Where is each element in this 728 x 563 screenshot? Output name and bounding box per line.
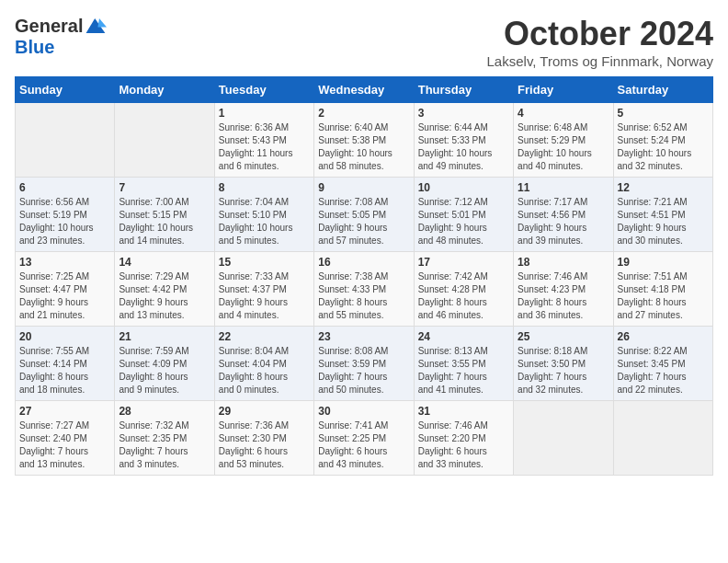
logo-general-text: General bbox=[15, 16, 83, 37]
day-number: 19 bbox=[618, 256, 709, 269]
day-cell bbox=[16, 103, 115, 178]
day-number: 1 bbox=[219, 107, 310, 120]
day-cell: 19Sunrise: 7:51 AM Sunset: 4:18 PM Dayli… bbox=[613, 252, 712, 327]
day-info: Sunrise: 8:04 AM Sunset: 4:04 PM Dayligh… bbox=[219, 345, 310, 396]
day-cell: 4Sunrise: 6:48 AM Sunset: 5:29 PM Daylig… bbox=[514, 103, 613, 178]
day-cell: 27Sunrise: 7:27 AM Sunset: 2:40 PM Dayli… bbox=[16, 401, 115, 476]
day-number: 24 bbox=[418, 330, 509, 343]
header: General Blue October 2024 Lakselv, Troms… bbox=[15, 15, 713, 69]
day-cell: 22Sunrise: 8:04 AM Sunset: 4:04 PM Dayli… bbox=[214, 327, 313, 401]
day-number: 3 bbox=[418, 107, 509, 120]
day-number: 13 bbox=[19, 256, 110, 269]
column-header-saturday: Saturday bbox=[613, 77, 712, 103]
day-info: Sunrise: 7:32 AM Sunset: 2:35 PM Dayligh… bbox=[119, 419, 210, 471]
logo-icon bbox=[85, 15, 107, 37]
day-cell: 10Sunrise: 7:12 AM Sunset: 5:01 PM Dayli… bbox=[414, 178, 513, 252]
day-cell: 6Sunrise: 6:56 AM Sunset: 5:19 PM Daylig… bbox=[16, 178, 115, 252]
day-number: 2 bbox=[318, 107, 409, 120]
column-header-tuesday: Tuesday bbox=[214, 77, 313, 103]
logo-blue-text: Blue bbox=[15, 37, 54, 57]
day-cell: 16Sunrise: 7:38 AM Sunset: 4:33 PM Dayli… bbox=[314, 252, 414, 327]
day-info: Sunrise: 7:46 AM Sunset: 4:23 PM Dayligh… bbox=[518, 270, 609, 322]
column-header-friday: Friday bbox=[514, 77, 613, 103]
day-number: 11 bbox=[518, 181, 609, 194]
day-number: 25 bbox=[518, 330, 609, 343]
day-cell: 8Sunrise: 7:04 AM Sunset: 5:10 PM Daylig… bbox=[214, 178, 313, 252]
day-cell: 26Sunrise: 8:22 AM Sunset: 3:45 PM Dayli… bbox=[613, 327, 712, 401]
week-row-4: 20Sunrise: 7:55 AM Sunset: 4:14 PM Dayli… bbox=[16, 327, 713, 401]
column-header-thursday: Thursday bbox=[414, 77, 513, 103]
column-header-monday: Monday bbox=[115, 77, 214, 103]
week-row-1: 1Sunrise: 6:36 AM Sunset: 5:43 PM Daylig… bbox=[16, 103, 713, 178]
day-info: Sunrise: 6:36 AM Sunset: 5:43 PM Dayligh… bbox=[219, 121, 310, 173]
day-number: 10 bbox=[418, 181, 509, 194]
calendar-title: October 2024 bbox=[487, 15, 713, 53]
day-cell: 28Sunrise: 7:32 AM Sunset: 2:35 PM Dayli… bbox=[115, 401, 214, 476]
day-info: Sunrise: 6:52 AM Sunset: 5:24 PM Dayligh… bbox=[618, 121, 709, 173]
day-info: Sunrise: 7:29 AM Sunset: 4:42 PM Dayligh… bbox=[119, 270, 210, 322]
day-info: Sunrise: 7:42 AM Sunset: 4:28 PM Dayligh… bbox=[418, 270, 509, 322]
day-number: 14 bbox=[119, 256, 210, 269]
day-cell: 31Sunrise: 7:46 AM Sunset: 2:20 PM Dayli… bbox=[414, 401, 513, 476]
day-cell: 1Sunrise: 6:36 AM Sunset: 5:43 PM Daylig… bbox=[214, 103, 313, 178]
column-header-sunday: Sunday bbox=[16, 77, 115, 103]
day-number: 4 bbox=[518, 107, 609, 120]
day-cell bbox=[514, 401, 613, 476]
day-number: 20 bbox=[19, 330, 110, 343]
day-cell: 5Sunrise: 6:52 AM Sunset: 5:24 PM Daylig… bbox=[613, 103, 712, 178]
day-info: Sunrise: 7:25 AM Sunset: 4:47 PM Dayligh… bbox=[19, 270, 110, 322]
day-number: 17 bbox=[418, 256, 509, 269]
day-number: 8 bbox=[219, 181, 310, 194]
day-info: Sunrise: 7:00 AM Sunset: 5:15 PM Dayligh… bbox=[119, 196, 210, 247]
day-number: 23 bbox=[318, 330, 409, 343]
day-info: Sunrise: 7:33 AM Sunset: 4:37 PM Dayligh… bbox=[219, 270, 310, 322]
day-cell: 2Sunrise: 6:40 AM Sunset: 5:38 PM Daylig… bbox=[314, 103, 414, 178]
day-info: Sunrise: 7:41 AM Sunset: 2:25 PM Dayligh… bbox=[318, 419, 409, 471]
day-info: Sunrise: 7:04 AM Sunset: 5:10 PM Dayligh… bbox=[219, 196, 310, 247]
day-number: 15 bbox=[219, 256, 310, 269]
day-info: Sunrise: 6:40 AM Sunset: 5:38 PM Dayligh… bbox=[318, 121, 409, 173]
day-cell: 30Sunrise: 7:41 AM Sunset: 2:25 PM Dayli… bbox=[314, 401, 414, 476]
day-info: Sunrise: 7:17 AM Sunset: 4:56 PM Dayligh… bbox=[518, 196, 609, 247]
week-row-5: 27Sunrise: 7:27 AM Sunset: 2:40 PM Dayli… bbox=[16, 401, 713, 476]
day-info: Sunrise: 7:59 AM Sunset: 4:09 PM Dayligh… bbox=[119, 345, 210, 396]
day-number: 6 bbox=[19, 181, 110, 194]
day-cell: 7Sunrise: 7:00 AM Sunset: 5:15 PM Daylig… bbox=[115, 178, 214, 252]
day-info: Sunrise: 8:08 AM Sunset: 3:59 PM Dayligh… bbox=[318, 345, 409, 396]
day-cell: 21Sunrise: 7:59 AM Sunset: 4:09 PM Dayli… bbox=[115, 327, 214, 401]
logo: General Blue bbox=[15, 15, 107, 58]
week-row-3: 13Sunrise: 7:25 AM Sunset: 4:47 PM Dayli… bbox=[16, 252, 713, 327]
day-cell: 17Sunrise: 7:42 AM Sunset: 4:28 PM Dayli… bbox=[414, 252, 513, 327]
day-info: Sunrise: 6:56 AM Sunset: 5:19 PM Dayligh… bbox=[19, 196, 110, 247]
calendar-table: SundayMondayTuesdayWednesdayThursdayFrid… bbox=[15, 76, 713, 476]
day-cell: 23Sunrise: 8:08 AM Sunset: 3:59 PM Dayli… bbox=[314, 327, 414, 401]
day-cell: 12Sunrise: 7:21 AM Sunset: 4:51 PM Dayli… bbox=[613, 178, 712, 252]
day-number: 30 bbox=[318, 405, 409, 418]
day-info: Sunrise: 7:12 AM Sunset: 5:01 PM Dayligh… bbox=[418, 196, 509, 247]
day-number: 7 bbox=[119, 181, 210, 194]
day-info: Sunrise: 8:13 AM Sunset: 3:55 PM Dayligh… bbox=[418, 345, 509, 396]
day-info: Sunrise: 7:08 AM Sunset: 5:05 PM Dayligh… bbox=[318, 196, 409, 247]
day-info: Sunrise: 6:44 AM Sunset: 5:33 PM Dayligh… bbox=[418, 121, 509, 173]
day-cell: 3Sunrise: 6:44 AM Sunset: 5:33 PM Daylig… bbox=[414, 103, 513, 178]
day-info: Sunrise: 7:21 AM Sunset: 4:51 PM Dayligh… bbox=[618, 196, 709, 247]
day-cell bbox=[613, 401, 712, 476]
day-number: 27 bbox=[19, 405, 110, 418]
day-number: 22 bbox=[219, 330, 310, 343]
column-header-wednesday: Wednesday bbox=[314, 77, 414, 103]
day-cell: 14Sunrise: 7:29 AM Sunset: 4:42 PM Dayli… bbox=[115, 252, 214, 327]
svg-marker-1 bbox=[98, 18, 108, 28]
day-info: Sunrise: 7:36 AM Sunset: 2:30 PM Dayligh… bbox=[219, 419, 310, 471]
day-cell: 15Sunrise: 7:33 AM Sunset: 4:37 PM Dayli… bbox=[214, 252, 313, 327]
day-cell: 13Sunrise: 7:25 AM Sunset: 4:47 PM Dayli… bbox=[16, 252, 115, 327]
day-cell: 9Sunrise: 7:08 AM Sunset: 5:05 PM Daylig… bbox=[314, 178, 414, 252]
day-number: 16 bbox=[318, 256, 409, 269]
day-number: 18 bbox=[518, 256, 609, 269]
day-number: 31 bbox=[418, 405, 509, 418]
day-cell: 24Sunrise: 8:13 AM Sunset: 3:55 PM Dayli… bbox=[414, 327, 513, 401]
day-number: 29 bbox=[219, 405, 310, 418]
day-number: 28 bbox=[119, 405, 210, 418]
day-cell: 29Sunrise: 7:36 AM Sunset: 2:30 PM Dayli… bbox=[214, 401, 313, 476]
day-info: Sunrise: 8:18 AM Sunset: 3:50 PM Dayligh… bbox=[518, 345, 609, 396]
header-row: SundayMondayTuesdayWednesdayThursdayFrid… bbox=[16, 77, 713, 103]
